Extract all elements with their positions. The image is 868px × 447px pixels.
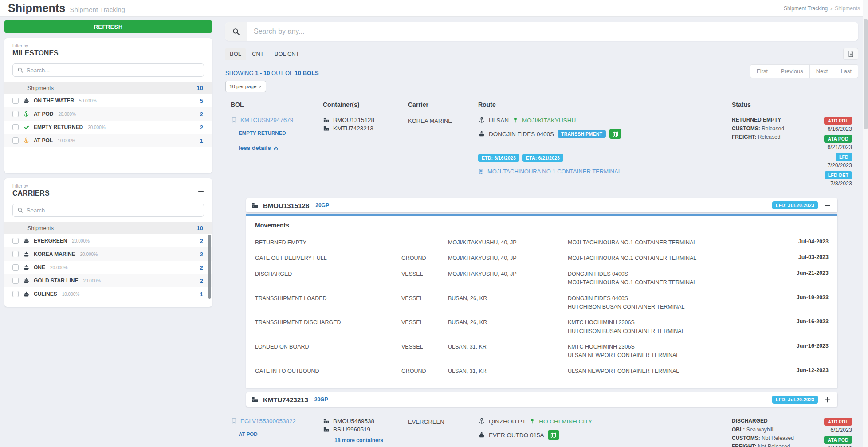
bol-link[interactable]: EGLV155300053822 (240, 418, 296, 424)
anchor-icon (478, 117, 485, 124)
ship-icon (478, 130, 485, 137)
breadcrumb-item[interactable]: Shipment Tracking (784, 5, 828, 12)
ata-pod-badge: ATA POD (824, 436, 852, 444)
milestone-row[interactable]: ON THE WATER 50.000% 5 (4, 94, 212, 107)
map-pin-icon (512, 117, 518, 123)
container-icon (323, 125, 330, 132)
next-page-button[interactable]: Next (810, 64, 835, 78)
main-search-input[interactable] (247, 22, 858, 41)
carrier-row[interactable]: EVERGREEN 20.000% 2 (4, 234, 212, 247)
atd-pol-badge: ATD POL (824, 418, 852, 426)
carrier-checkbox[interactable] (12, 291, 19, 297)
page-scrollbar[interactable] (863, 0, 868, 447)
collapse-carriers-button[interactable] (197, 187, 205, 195)
double-chevron-up-icon (273, 145, 279, 151)
map-icon (550, 432, 557, 439)
map-button[interactable] (609, 129, 621, 139)
carrier-name: EVERGREEN (403, 418, 473, 447)
refresh-button[interactable]: REFRESH (4, 20, 212, 33)
carriers-search-input[interactable] (27, 207, 199, 214)
milestone-row[interactable]: AT POL 10.000% 1 (4, 134, 212, 147)
previous-page-button[interactable]: Previous (774, 64, 810, 78)
map-button[interactable] (548, 430, 559, 440)
bol-link[interactable]: KMTCUSN2947679 (240, 117, 293, 123)
breadcrumb-item-current: Shipments (835, 5, 860, 12)
ship-icon (478, 431, 485, 439)
export-button[interactable] (843, 48, 858, 60)
status-title: RETURNED EMPTY (732, 117, 784, 123)
milestone-checkbox[interactable] (12, 111, 19, 117)
terminal-link[interactable]: MOJI-TACHINOURA NO.1 CONTAINER TERMINAL (478, 168, 727, 175)
milestone-label: EMPTY RETURNED (239, 130, 318, 136)
carrier-row[interactable]: CULINES 10.000% 1 (4, 287, 212, 301)
collapse-container-button[interactable] (824, 201, 832, 209)
carrier-checkbox[interactable] (12, 251, 19, 257)
milestones-search (12, 63, 204, 77)
milestone-row[interactable]: AT POD 20.000% 2 (4, 107, 212, 121)
expand-container-button[interactable] (824, 396, 832, 404)
per-page-select[interactable]: 10 per page (225, 81, 266, 92)
ship-icon (23, 264, 30, 271)
tab-cnt[interactable]: CNT (247, 48, 268, 60)
carrier-checkbox[interactable] (12, 238, 19, 244)
milestones-search-input[interactable] (27, 67, 199, 74)
destination-port[interactable]: MOJI/KITAKYUSHU (522, 117, 576, 124)
ship-icon (23, 98, 30, 104)
table-row: EGLV155300053822 AT POD view details BMO… (225, 413, 858, 447)
breadcrumb-separator: › (830, 5, 832, 12)
first-page-button[interactable]: First (750, 64, 774, 78)
milestone-checkbox[interactable] (12, 137, 19, 144)
vessel-name[interactable]: EVER OUTDO 015A (489, 432, 544, 439)
movement-row: TRANSSHIPMENT LOADED VESSEL BUSAN, 26, K… (255, 291, 829, 315)
check-icon (23, 124, 30, 131)
map-pin-icon (529, 418, 535, 424)
container-icon (251, 202, 259, 209)
carriers-list-scrollbar[interactable] (208, 235, 211, 299)
vessel-name[interactable]: DONGJIN FIDES 0400S (489, 131, 554, 137)
ship-icon (23, 291, 30, 298)
bookmark-icon[interactable] (231, 418, 237, 424)
tab-bol[interactable]: BOL (225, 48, 246, 60)
last-page-button[interactable]: Last (834, 64, 858, 78)
filter-by-label: Filter by (12, 184, 204, 188)
results-summary: SHOWING 1 - 10 OUT OF 10 BOLS (225, 70, 319, 76)
table-header: BOL Container(s) Carrier Route Status (225, 98, 858, 112)
carriers-search (12, 204, 204, 217)
container-icon (251, 396, 259, 403)
container-type: 20GP (314, 396, 328, 403)
carrier-checkbox[interactable] (12, 264, 19, 271)
scrollbar-thumb[interactable] (864, 19, 868, 129)
milestone-row[interactable]: EMPTY RETURNED 20.000% 2 (4, 121, 212, 134)
building-icon (478, 169, 484, 175)
view-tabs: BOL CNT BOL CNT (225, 48, 304, 60)
container-id: KMTU7423213 (263, 396, 308, 404)
collapse-milestones-button[interactable] (197, 47, 205, 55)
milestones-list-header: Shipments 10 (4, 82, 212, 94)
filter-by-label: Filter by (12, 43, 204, 48)
movements-title: Movements (255, 222, 829, 229)
milestone-label: AT POD (239, 431, 318, 437)
carrier-row[interactable]: ONE 20.000% 2 (4, 261, 212, 274)
carrier-name: KOREA MARINE (403, 117, 473, 189)
carrier-row[interactable]: GOLD STAR LINE 20.000% 2 (4, 274, 212, 287)
destination-port[interactable]: HO CHI MINH CITY (539, 418, 592, 425)
breadcrumb: Shipment Tracking › Shipments (784, 5, 860, 12)
lfd-det-badge: LFD-DET (825, 171, 852, 179)
more-containers-link[interactable]: 18 more containers (334, 437, 403, 443)
container-id: BMOU1315128 (263, 202, 309, 209)
lfd-badge: LFD: Jul-20-2023 (772, 396, 818, 404)
carrier-row[interactable]: KOREA MARINE 20.000% 2 (4, 247, 212, 261)
chevron-down-icon (257, 84, 262, 89)
container-icon (323, 117, 330, 123)
carrier-checkbox[interactable] (12, 278, 19, 284)
etd-badge: ETD: 6/16/2023 (478, 154, 519, 162)
lfd-badge: LFD: Jul-20-2023 (772, 201, 818, 209)
map-icon (612, 131, 619, 137)
milestone-checkbox[interactable] (12, 124, 19, 130)
less-details-link[interactable]: less details (239, 145, 318, 151)
bookmark-icon[interactable] (231, 117, 237, 123)
eta-badge: ETA: 6/21/2023 (522, 154, 563, 162)
transshipment-badge: TRANSSHIPMENT (558, 130, 606, 138)
milestone-checkbox[interactable] (12, 98, 19, 104)
tab-bol-cnt[interactable]: BOL CNT (270, 48, 304, 60)
